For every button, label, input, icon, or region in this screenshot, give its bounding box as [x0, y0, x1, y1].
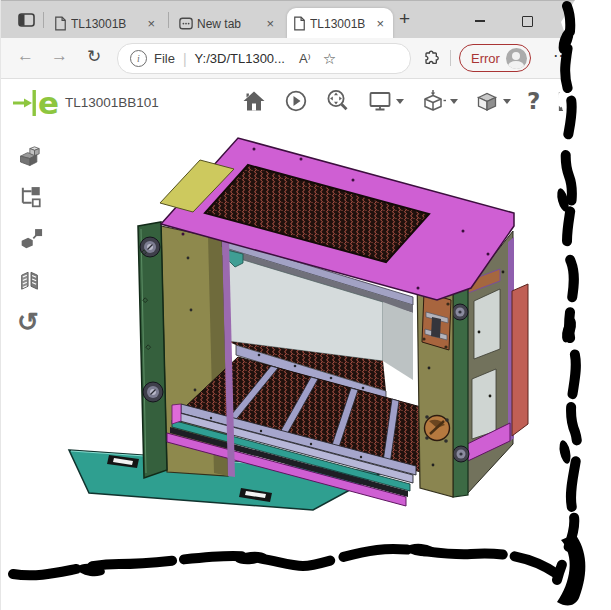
forward-icon[interactable]: → [51, 46, 68, 66]
tab-label: New tab [197, 17, 241, 31]
zoom-to-fit-button[interactable] [325, 88, 351, 114]
extensions-icon[interactable] [421, 48, 441, 72]
shaded-cube-icon [474, 88, 500, 114]
display-settings-button[interactable] [367, 88, 404, 114]
orientation-cube-icon [420, 88, 447, 114]
fullscreen-button[interactable] [556, 89, 581, 114]
window-minimize-button[interactable] [473, 14, 487, 28]
home-view-button[interactable] [241, 88, 267, 114]
model-right-column[interactable] [417, 272, 453, 497]
tab-2[interactable]: New tab × [173, 8, 283, 39]
profile-status-label: Error [471, 51, 500, 66]
new-tab-button[interactable]: + [399, 9, 410, 28]
site-info-icon[interactable]: i [130, 50, 147, 67]
refresh-icon[interactable]: ↻ [87, 46, 101, 67]
connector-block [422, 292, 451, 350]
browser-menu-icon[interactable]: ⋯ [553, 46, 570, 65]
read-aloud-icon[interactable]: A⁾ [299, 51, 311, 66]
model-right-rail[interactable] [452, 281, 469, 497]
address-input[interactable]: i File | Y:/3D/TL1300... A⁾ ☆ [117, 43, 411, 74]
tab-close-icon[interactable]: × [263, 17, 277, 30]
tab-3-active[interactable]: TL13001B × [287, 8, 393, 39]
tab-label: TL13001B [71, 17, 126, 31]
window-maximize-button[interactable] [520, 14, 534, 28]
address-bar: ← → ↻ i File | Y:/3D/TL1300... A⁾ ☆ Erro… [1, 38, 611, 79]
tab-strip: TL13001B × New tab × TL13001B × + × [1, 0, 611, 39]
monitor-icon [367, 88, 393, 114]
flange-fastener [143, 382, 163, 402]
model-left-flange[interactable] [138, 222, 167, 478]
dropdown-caret-icon [396, 99, 404, 104]
document-icon [293, 16, 306, 31]
browser-window: TL13001B × New tab × TL13001B × + × ← → … [0, 0, 611, 610]
zoom-fit-icon [325, 88, 351, 114]
new-tab-page-icon [179, 17, 193, 30]
favorite-add-icon[interactable]: ☆ [323, 50, 336, 68]
home-icon [241, 88, 267, 114]
profile-avatar-icon [506, 48, 527, 69]
security-label: File [154, 51, 175, 66]
maximize-icon [522, 16, 533, 27]
profile-button[interactable]: Error [459, 44, 531, 72]
help-button[interactable]: ? [527, 88, 540, 114]
expand-arrows-icon [556, 89, 581, 114]
tab-1[interactable]: TL13001B × [48, 8, 164, 39]
back-icon[interactable]: ← [17, 46, 34, 66]
model-title: TL13001BB101 [65, 95, 159, 110]
minimize-icon [475, 20, 485, 21]
tab-close-icon[interactable]: × [144, 17, 158, 30]
dropdown-caret-icon [503, 99, 511, 104]
url-text: Y:/3D/TL1300... [195, 51, 285, 66]
window-close-button[interactable]: × [563, 14, 577, 28]
tab-separator [168, 12, 169, 28]
tab-workspaces-icon[interactable] [18, 13, 35, 31]
render-mode-button[interactable] [474, 88, 511, 114]
address-divider: | [183, 51, 187, 67]
animate-play-button[interactable] [283, 88, 309, 114]
tab-close-icon[interactable]: × [373, 17, 387, 30]
view-orientation-button[interactable] [420, 88, 458, 114]
tab-separator [43, 12, 44, 28]
dropdown-caret-icon [450, 99, 458, 104]
tab-label: TL13001B [310, 17, 365, 31]
document-icon [54, 16, 67, 31]
toolbar-separator [450, 50, 451, 66]
3d-model-canvas[interactable] [1, 125, 611, 610]
edrawings-header: e TL13001BB101 [1, 79, 611, 125]
viewer-toolbar: ? [241, 88, 581, 114]
edrawings-logo: e [9, 83, 67, 121]
play-icon [283, 88, 309, 114]
svg-text:e: e [38, 85, 59, 121]
